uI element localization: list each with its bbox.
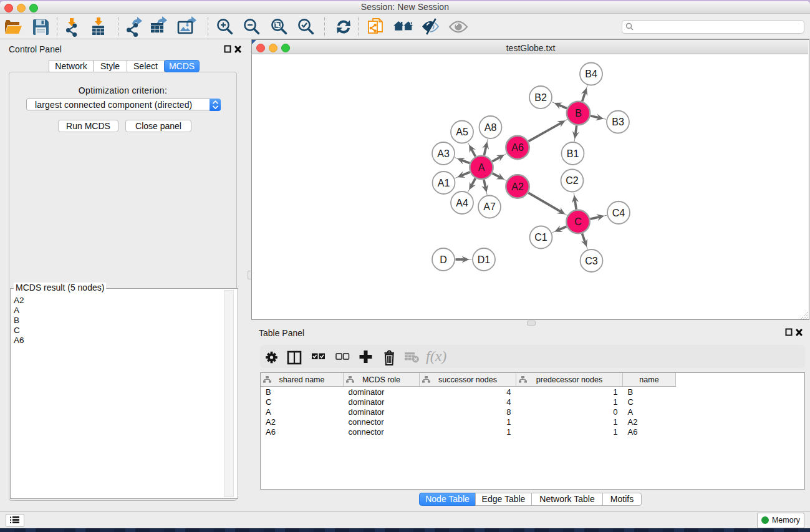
- svg-text:B2: B2: [534, 92, 547, 103]
- svg-text:A2: A2: [511, 181, 524, 192]
- svg-text:A1: A1: [438, 178, 450, 188]
- svg-text:B1: B1: [567, 148, 579, 159]
- svg-text:A6: A6: [511, 142, 524, 153]
- svg-text:A5: A5: [456, 127, 468, 137]
- svg-text:f(x): f(x): [426, 348, 446, 364]
- svg-text:D1: D1: [478, 254, 491, 265]
- svg-text:D: D: [440, 254, 447, 265]
- svg-text:A4: A4: [456, 198, 468, 208]
- svg-text:C4: C4: [612, 208, 625, 218]
- svg-text:B: B: [575, 108, 582, 118]
- svg-text:A3: A3: [437, 148, 450, 159]
- svg-text:C3: C3: [585, 256, 598, 266]
- svg-text:C2: C2: [566, 175, 579, 186]
- svg-text:A8: A8: [485, 122, 497, 133]
- svg-text:A: A: [478, 162, 485, 173]
- svg-text:C1: C1: [534, 232, 547, 243]
- svg-text:A7: A7: [483, 201, 496, 212]
- svg-text:B4: B4: [585, 69, 597, 79]
- svg-text:B3: B3: [612, 117, 624, 127]
- svg-text:C: C: [574, 216, 582, 227]
